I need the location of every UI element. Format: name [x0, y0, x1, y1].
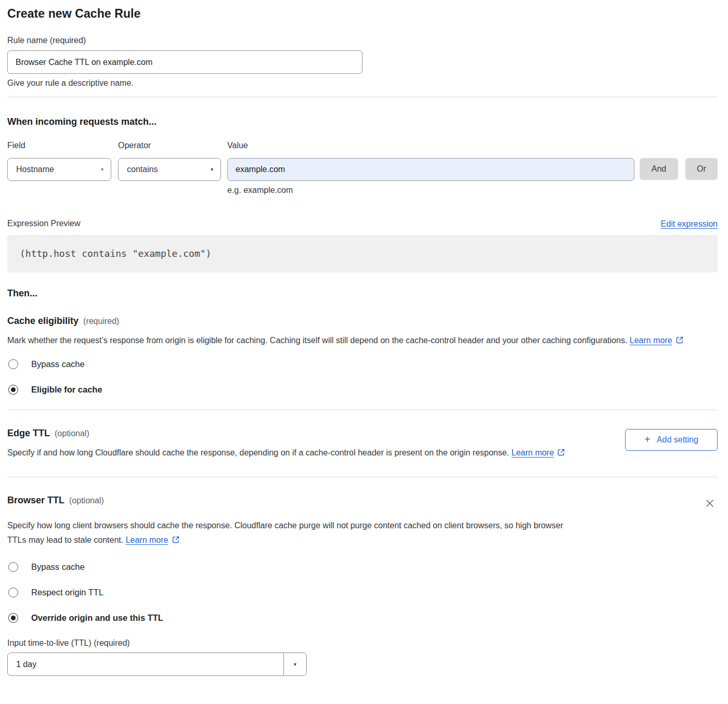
create-cache-rule-form: Create new Cache Rule Rule name (require…	[0, 0, 728, 685]
radio-button-selected[interactable]	[8, 613, 18, 623]
cache-eligibility-options: Bypass cache Eligible for cache	[7, 359, 718, 395]
match-heading: When incoming requests match...	[7, 116, 718, 127]
external-link-icon	[172, 534, 180, 549]
learn-more-link[interactable]: Learn more	[512, 448, 554, 457]
and-or-buttons: And Or	[634, 158, 718, 180]
radio-label: Respect origin TTL	[31, 588, 103, 597]
browser-ttl-qualifier: (optional)	[69, 496, 104, 505]
page-title: Create new Cache Rule	[7, 6, 718, 21]
rule-name-label: Rule name (required)	[7, 35, 718, 45]
value-label: Value	[227, 140, 634, 150]
rule-name-section: Rule name (required) Give your rule a de…	[7, 35, 718, 88]
operator-column: Operator contains ▾	[118, 140, 221, 181]
divider	[7, 97, 718, 97]
external-link-icon	[675, 334, 684, 349]
ttl-select-value: 1 day	[8, 653, 283, 675]
external-link-icon	[557, 447, 565, 461]
field-select-value: Hostname	[16, 165, 54, 174]
cache-eligibility-section: Cache eligibility (required) Mark whethe…	[7, 315, 718, 395]
divider	[7, 410, 718, 410]
radio-option-bypass-cache[interactable]: Bypass cache	[7, 562, 718, 572]
value-help: e.g. example.com	[227, 185, 634, 195]
radio-button-unselected[interactable]	[8, 562, 18, 572]
browser-ttl-description: Specify how long client browsers should …	[7, 518, 577, 549]
match-condition-row: Field Hostname ▾ Operator contains ▾ Val…	[7, 140, 718, 195]
radio-label: Bypass cache	[31, 359, 85, 369]
operator-select[interactable]: contains ▾	[118, 158, 221, 181]
ttl-select[interactable]: 1 day ▾	[7, 653, 307, 676]
field-column: Field Hostname ▾	[7, 140, 111, 181]
operator-label: Operator	[118, 140, 221, 150]
and-button[interactable]: And	[640, 158, 678, 180]
learn-more-link[interactable]: Learn more	[126, 536, 168, 544]
match-section: When incoming requests match... Field Ho…	[7, 116, 718, 195]
description-text: Mark whether the request’s response from…	[7, 336, 627, 345]
close-button[interactable]	[703, 497, 717, 512]
browser-ttl-options: Bypass cache Respect origin TTL Override…	[7, 562, 718, 623]
radio-button-unselected[interactable]	[8, 359, 18, 369]
radio-button-unselected[interactable]	[8, 588, 18, 597]
close-icon	[704, 498, 716, 509]
edge-ttl-text: Edge TTL (optional) Specify if and how l…	[7, 427, 565, 461]
radio-option-bypass-cache[interactable]: Bypass cache	[7, 359, 718, 369]
add-setting-button[interactable]: + Add setting	[625, 429, 718, 451]
edit-expression-link[interactable]: Edit expression	[661, 219, 718, 229]
chevron-down-icon: ▾	[211, 167, 213, 172]
chevron-down-icon: ▾	[101, 167, 103, 172]
radio-option-override-origin-ttl[interactable]: Override origin and use this TTL	[7, 612, 718, 623]
field-select[interactable]: Hostname ▾	[7, 158, 111, 181]
edge-ttl-section: Edge TTL (optional) Specify if and how l…	[7, 427, 718, 461]
radio-label: Override origin and use this TTL	[31, 613, 163, 623]
then-heading: Then...	[7, 288, 718, 299]
radio-button-selected[interactable]	[8, 385, 18, 395]
expression-section: Expression Preview Edit expression (http…	[7, 218, 718, 272]
radio-option-eligible-for-cache[interactable]: Eligible for cache	[7, 384, 718, 395]
description-text: Specify how long client browsers should …	[7, 521, 563, 544]
cache-eligibility-description: Mark whether the request’s response from…	[7, 333, 704, 349]
browser-ttl-title: Browser TTL	[7, 494, 64, 506]
operator-select-value: contains	[127, 165, 158, 174]
plus-icon: +	[644, 434, 651, 445]
rule-name-help: Give your rule a descriptive name.	[7, 78, 718, 88]
chevron-down-icon: ▾	[283, 653, 306, 675]
cache-eligibility-title: Cache eligibility	[7, 315, 79, 327]
value-column: Value e.g. example.com	[227, 140, 634, 195]
expression-preview-label: Expression Preview	[7, 218, 81, 229]
browser-ttl-section: Browser TTL (optional) Specify how long …	[7, 494, 718, 676]
rule-name-input[interactable]	[7, 50, 362, 74]
radio-label: Bypass cache	[31, 562, 85, 572]
edge-ttl-title: Edge TTL	[7, 427, 50, 439]
add-setting-label: Add setting	[657, 435, 698, 445]
value-input[interactable]	[227, 158, 634, 181]
ttl-input-label: Input time-to-live (TTL) (required)	[7, 638, 718, 648]
divider	[7, 477, 718, 477]
description-text: Specify if and how long Cloudflare shoul…	[7, 448, 509, 457]
learn-more-link[interactable]: Learn more	[630, 336, 672, 345]
edge-ttl-description: Specify if and how long Cloudflare shoul…	[7, 446, 565, 461]
edge-ttl-qualifier: (optional)	[55, 429, 89, 438]
radio-option-respect-origin-ttl[interactable]: Respect origin TTL	[7, 587, 718, 597]
or-button[interactable]: Or	[685, 158, 718, 180]
expression-code: (http.host contains "example.com")	[7, 235, 718, 272]
radio-label: Eligible for cache	[31, 385, 102, 395]
cache-eligibility-qualifier: (required)	[83, 317, 119, 326]
field-label: Field	[7, 140, 111, 150]
